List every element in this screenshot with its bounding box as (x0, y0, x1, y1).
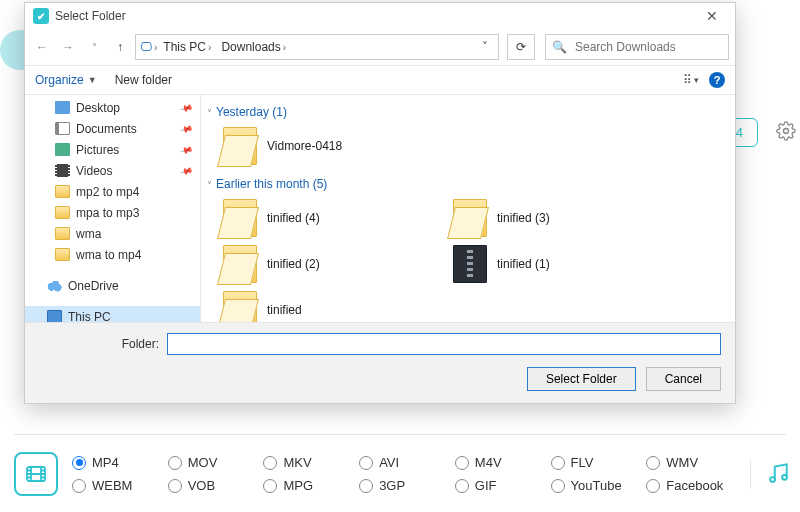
group-header[interactable]: ˅Yesterday (1) (207, 105, 731, 119)
nav-back-icon[interactable]: ← (31, 36, 53, 58)
pc-icon: 🖵 (140, 40, 152, 54)
app-icon: ✔ (33, 8, 49, 24)
format-radio[interactable]: MKV (263, 455, 353, 470)
tree-item-icon (47, 279, 62, 292)
format-radio[interactable]: Facebook (646, 478, 736, 493)
address-bar[interactable]: 🖵 › This PC› Downloads› ˅ (135, 34, 499, 60)
folder-icon (223, 245, 257, 283)
radio-icon (455, 456, 469, 470)
folder-tile[interactable]: tinified (3) (451, 197, 671, 239)
tree-item[interactable]: mpa to mp3 (25, 202, 200, 223)
tree-item-icon (55, 206, 70, 219)
tree-item-icon (55, 164, 70, 177)
folder-tile[interactable]: tinified (4) (221, 197, 441, 239)
radio-icon (359, 456, 373, 470)
format-radio[interactable]: FLV (551, 455, 641, 470)
view-options-button[interactable]: ⠿ ▾ (683, 73, 699, 87)
settings-icon[interactable] (776, 121, 796, 144)
format-radio[interactable]: WMV (646, 455, 736, 470)
nav-recent-icon[interactable]: ˅ (83, 36, 105, 58)
tree-item[interactable]: Desktop📌 (25, 97, 200, 118)
tree-item[interactable]: This PC (25, 306, 200, 322)
tree-item-label: mp2 to mp4 (76, 185, 139, 199)
folder-input[interactable] (167, 333, 721, 355)
new-folder-button[interactable]: New folder (115, 73, 172, 87)
folder-tile[interactable]: Vidmore-0418 (221, 125, 441, 167)
tree-item-label: This PC (68, 310, 111, 323)
tree-item-label: wma (76, 227, 101, 241)
folder-name: tinified (1) (497, 257, 550, 271)
tree-item-label: mpa to mp3 (76, 206, 139, 220)
group-title: Earlier this month (5) (216, 177, 327, 191)
audio-category-icon[interactable] (750, 460, 786, 489)
chevron-down-icon[interactable]: ˅ (207, 108, 212, 119)
pin-icon: 📌 (179, 121, 194, 135)
search-box[interactable]: 🔍 (545, 34, 729, 60)
svg-point-3 (782, 474, 787, 479)
chevron-down-icon[interactable]: ˅ (207, 180, 212, 191)
radio-icon (551, 479, 565, 493)
nav-forward-icon: → (57, 36, 79, 58)
tree-item[interactable]: Pictures📌 (25, 139, 200, 160)
format-radio[interactable]: MOV (168, 455, 258, 470)
tree-item-icon (55, 122, 70, 135)
format-radio[interactable]: M4V (455, 455, 545, 470)
chevron-right-icon[interactable]: › (283, 42, 286, 53)
video-category-icon[interactable] (14, 452, 58, 496)
organize-menu[interactable]: Organize▼ (35, 73, 97, 87)
format-radio[interactable]: AVI (359, 455, 449, 470)
format-radio[interactable]: MPG (263, 478, 353, 493)
search-input[interactable] (573, 39, 727, 55)
tree-item-label: OneDrive (68, 279, 119, 293)
help-icon[interactable]: ? (709, 72, 725, 88)
format-radio[interactable]: GIF (455, 478, 545, 493)
breadcrumb-segment[interactable]: Downloads› (217, 40, 290, 54)
tree-item[interactable]: wma to mp4 (25, 244, 200, 265)
format-label: MP4 (92, 455, 119, 470)
chevron-right-icon[interactable]: › (154, 42, 157, 53)
dialog-body: Desktop📌Documents📌Pictures📌Videos📌mp2 to… (25, 95, 735, 322)
nav-tree[interactable]: Desktop📌Documents📌Pictures📌Videos📌mp2 to… (25, 95, 201, 322)
format-radio[interactable]: MP4 (72, 455, 162, 470)
toolbar: Organize▼ New folder ⠿ ▾ ? (25, 65, 735, 95)
tree-item[interactable]: Videos📌 (25, 160, 200, 181)
chevron-right-icon[interactable]: › (208, 42, 211, 53)
dialog-footer: Folder: Select Folder Cancel (25, 322, 735, 403)
select-folder-button[interactable]: Select Folder (527, 367, 636, 391)
format-options: MP4MOVMKVAVIM4VFLVWMVWEBMVOBMPG3GPGIFYou… (72, 455, 736, 493)
group-header[interactable]: ˅Earlier this month (5) (207, 177, 731, 191)
format-label: YouTube (571, 478, 622, 493)
pin-icon: 📌 (179, 100, 194, 114)
tree-item-label: wma to mp4 (76, 248, 141, 262)
folder-tile[interactable]: tinified (1) (451, 243, 671, 285)
format-label: Facebook (666, 478, 723, 493)
close-icon[interactable]: ✕ (697, 8, 727, 24)
folder-icon (223, 199, 257, 237)
format-radio[interactable]: WEBM (72, 478, 162, 493)
format-radio[interactable]: 3GP (359, 478, 449, 493)
tree-item-label: Desktop (76, 101, 120, 115)
format-label: WEBM (92, 478, 132, 493)
breadcrumb-segment[interactable]: This PC› (159, 40, 215, 54)
tree-item-label: Documents (76, 122, 137, 136)
format-label: GIF (475, 478, 497, 493)
cancel-button[interactable]: Cancel (646, 367, 721, 391)
tree-item-icon (55, 101, 70, 114)
nav-up-icon[interactable]: ↑ (109, 36, 131, 58)
tree-item[interactable]: wma (25, 223, 200, 244)
tree-item[interactable]: OneDrive (25, 275, 200, 296)
tree-item[interactable]: mp2 to mp4 (25, 181, 200, 202)
address-dropdown-icon[interactable]: ˅ (476, 40, 494, 54)
format-radio[interactable]: VOB (168, 478, 258, 493)
dialog-title: Select Folder (55, 9, 126, 23)
refresh-icon[interactable]: ⟳ (507, 34, 535, 60)
tree-item[interactable]: Documents📌 (25, 118, 200, 139)
format-label: 3GP (379, 478, 405, 493)
format-radio[interactable]: YouTube (551, 478, 641, 493)
radio-icon (263, 456, 277, 470)
folder-tile[interactable]: tinified (221, 289, 441, 322)
tree-item-label: Pictures (76, 143, 119, 157)
folder-tile[interactable]: tinified (2) (221, 243, 441, 285)
format-label: MPG (283, 478, 313, 493)
file-list[interactable]: ˅Yesterday (1)Vidmore-0418˅Earlier this … (201, 95, 735, 322)
